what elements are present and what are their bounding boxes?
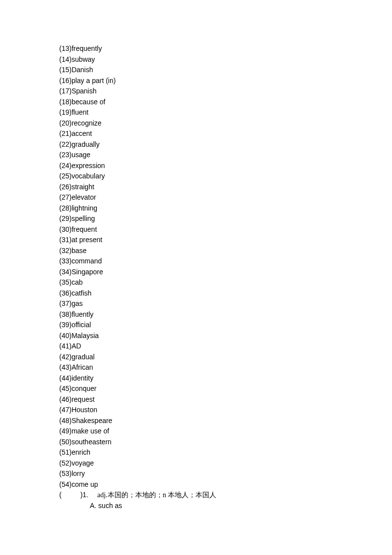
- list-item: (51)enrich: [59, 447, 392, 458]
- list-item: (38)fluently: [59, 309, 392, 320]
- list-item: (53)lorry: [59, 469, 392, 479]
- list-item: (14)subway: [59, 54, 392, 65]
- option-a: A. such as: [59, 501, 392, 512]
- list-item: (41)AD: [59, 341, 392, 352]
- list-item: (49)make use of: [59, 426, 392, 437]
- list-item: (20)recognize: [59, 118, 392, 129]
- list-item: (15)Danish: [59, 65, 392, 76]
- list-item: (24)expression: [59, 161, 392, 171]
- list-item: (32)base: [59, 246, 392, 256]
- list-item: (50)southeastern: [59, 437, 392, 448]
- list-item: (26)straight: [59, 182, 392, 193]
- list-item: (36)catfish: [59, 288, 392, 299]
- question-open-paren: (: [59, 491, 62, 499]
- list-item: (22)gradually: [59, 139, 392, 150]
- list-item: (16)play a part (in): [59, 76, 392, 86]
- list-item: (29)spelling: [59, 213, 392, 224]
- list-item: (45)conquer: [59, 384, 392, 394]
- list-item: (27)elevator: [59, 192, 392, 203]
- list-item: (28)lightning: [59, 203, 392, 214]
- list-item: (37)gas: [59, 299, 392, 309]
- list-item: (13)frequently: [59, 43, 392, 54]
- list-item: (52)voyage: [59, 458, 392, 469]
- question-text: adj.本国的；本地的；n 本地人；本国人: [97, 491, 216, 499]
- list-item: (35)cab: [59, 277, 392, 288]
- list-item: (54)come up: [59, 479, 392, 490]
- question-close-number: )1.: [80, 491, 88, 499]
- list-item: (33)command: [59, 256, 392, 267]
- list-item: (31)at present: [59, 235, 392, 246]
- list-item: (23)usage: [59, 150, 392, 161]
- list-item: (46)request: [59, 394, 392, 405]
- list-item: (47)Houston: [59, 405, 392, 416]
- list-item: (39)official: [59, 320, 392, 331]
- list-item: (17)Spanish: [59, 86, 392, 97]
- list-item: (43)African: [59, 362, 392, 373]
- list-item: (21)accent: [59, 128, 392, 139]
- list-item: (42)gradual: [59, 352, 392, 363]
- list-item: (19)fluent: [59, 107, 392, 118]
- list-item: (25)vocabulary: [59, 171, 392, 182]
- list-item: (44)identity: [59, 373, 392, 384]
- list-item: (48)Shakespeare: [59, 416, 392, 427]
- list-item: (30)frequent: [59, 224, 392, 235]
- list-item: (18)because of: [59, 97, 392, 108]
- question-line: ()1.adj.本国的；本地的；n 本地人；本国人: [59, 490, 392, 501]
- list-item: (34)Singapore: [59, 267, 392, 278]
- list-item: (40)Malaysia: [59, 331, 392, 342]
